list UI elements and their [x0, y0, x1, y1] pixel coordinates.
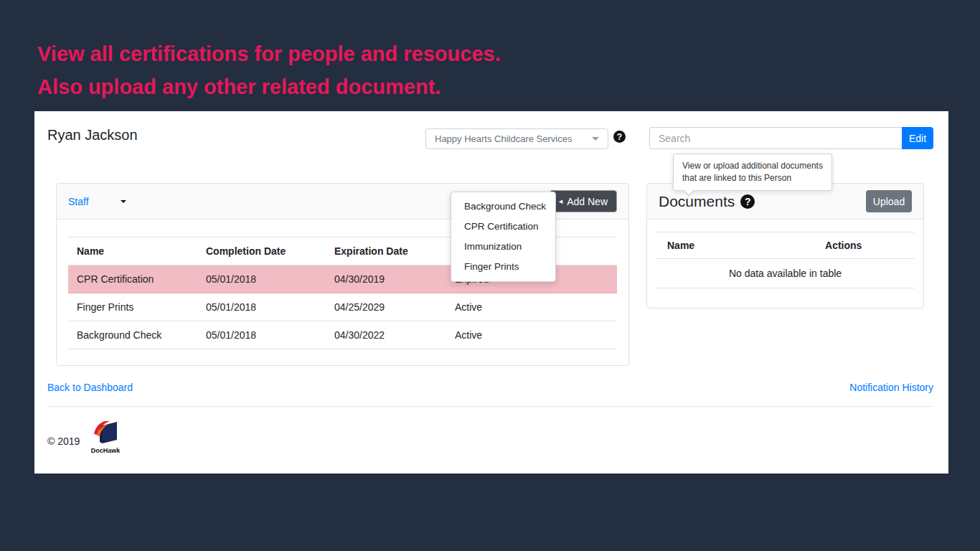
- chevron-down-icon: [592, 137, 599, 141]
- documents-empty-text: No data available in table: [656, 259, 915, 288]
- cert-name: Background Check: [68, 321, 197, 349]
- staff-tab[interactable]: Staff: [68, 196, 126, 207]
- menu-item-cpr-certification[interactable]: CPR Certification: [451, 217, 555, 237]
- edit-button[interactable]: Edit: [902, 127, 933, 149]
- col-name: Name: [68, 237, 197, 265]
- table-row: Finger Prints 05/01/2018 04/25/2029 Acti…: [68, 293, 617, 321]
- add-new-label: Add New: [567, 196, 608, 207]
- dochawk-logo-icon: [91, 418, 120, 446]
- cert-expiration: 04/30/2019: [326, 265, 446, 293]
- documents-header-row: Name Actions: [656, 232, 915, 259]
- doc-col-actions: Actions: [772, 232, 915, 259]
- cert-expiration: 04/30/2022: [326, 321, 446, 349]
- page-heading: View all certifications for people and r…: [37, 37, 501, 103]
- search-group: Edit: [649, 127, 933, 149]
- col-completion-date: Completion Date: [197, 237, 326, 265]
- tooltip-line-2: that are linked to this Person: [682, 172, 823, 184]
- page-title: Ryan Jackson: [47, 127, 138, 143]
- cert-completion: 05/01/2018: [197, 265, 326, 293]
- copyright-text: © 2019: [47, 435, 80, 447]
- menu-item-immunization[interactable]: Immunization: [451, 237, 555, 257]
- documents-card: Documents ? Upload Name Actions No data …: [646, 183, 924, 309]
- cert-status: Active: [446, 321, 617, 349]
- dochawk-logo: DocHawk: [88, 418, 123, 454]
- cert-completion: 05/01/2018: [197, 293, 326, 321]
- staff-dropdown-caret[interactable]: [121, 200, 126, 203]
- documents-help-tooltip: View or upload additional documents that…: [673, 154, 832, 191]
- search-input[interactable]: [649, 127, 902, 149]
- main-panel: Ryan Jackson Happy Hearts Childcare Serv…: [34, 111, 948, 474]
- add-new-dropdown-menu: Background Check CPR Certification Immun…: [451, 192, 556, 282]
- heading-line-2: Also upload any other related document.: [37, 70, 501, 103]
- documents-help-icon[interactable]: ?: [740, 194, 755, 209]
- cert-name: CPR Certification: [68, 265, 197, 293]
- organization-select-value: Happy Hearts Childcare Services: [435, 133, 572, 144]
- dochawk-brand-text: DocHawk: [88, 447, 123, 454]
- upload-button[interactable]: Upload: [866, 190, 912, 212]
- cert-expiration: 04/25/2029: [326, 293, 446, 321]
- cert-name: Finger Prints: [68, 293, 197, 321]
- doc-col-name: Name: [656, 232, 772, 259]
- documents-title: Documents ?: [659, 193, 755, 210]
- org-help-icon[interactable]: ?: [613, 131, 626, 143]
- staff-tab-label: Staff: [68, 196, 89, 207]
- heading-line-1: View all certifications for people and r…: [37, 37, 501, 70]
- organization-select[interactable]: Happy Hearts Childcare Services: [425, 128, 608, 149]
- caret-left-icon: ◂: [559, 197, 563, 205]
- back-to-dashboard-link[interactable]: Back to Dashboard: [47, 382, 133, 393]
- cert-status: Active: [446, 293, 617, 321]
- documents-empty-row: No data available in table: [656, 259, 915, 288]
- menu-item-background-check[interactable]: Background Check: [451, 197, 555, 217]
- add-new-button[interactable]: ◂ Add New: [550, 190, 617, 212]
- col-expiration-date: Expiration Date: [326, 237, 446, 265]
- documents-table: Name Actions No data available in table: [656, 232, 915, 288]
- cert-completion: 05/01/2018: [197, 321, 326, 349]
- footer-divider: [47, 406, 933, 407]
- documents-card-body: Name Actions No data available in table: [647, 220, 923, 288]
- tooltip-line-1: View or upload additional documents: [682, 160, 823, 172]
- notification-history-link[interactable]: Notification History: [849, 382, 933, 393]
- menu-item-finger-prints[interactable]: Finger Prints: [451, 257, 555, 277]
- table-row: Background Check 05/01/2018 04/30/2022 A…: [68, 321, 617, 349]
